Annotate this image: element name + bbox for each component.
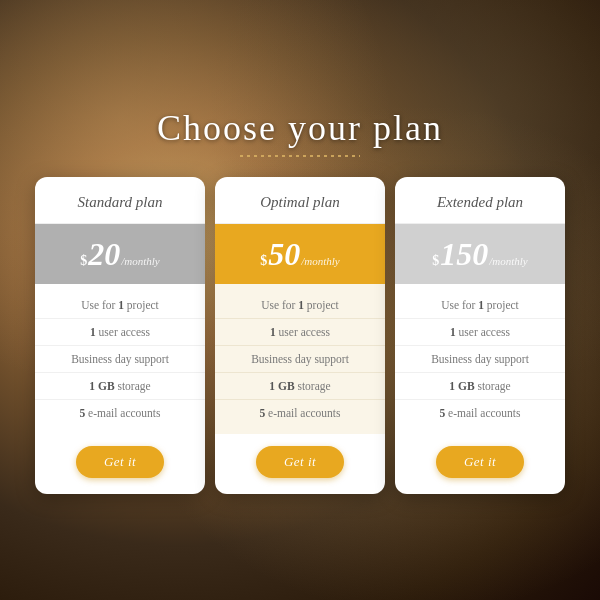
price-dollar-standard: $: [80, 254, 87, 268]
plan-header-standard: Standard plan: [35, 177, 205, 224]
price-dollar-optimal: $: [260, 254, 267, 268]
feature-row: 1 user access: [395, 319, 565, 346]
price-period-standard: /monthly: [121, 255, 160, 267]
price-period-optimal: /monthly: [301, 255, 340, 267]
plan-header-extended: Extended plan: [395, 177, 565, 224]
get-it-button-optimal[interactable]: Get it: [256, 446, 344, 478]
dot-line-left: [240, 155, 360, 157]
plan-card-standard: Standard plan $ 20 /monthly Use for 1 pr…: [35, 177, 205, 494]
plan-footer-optimal: Get it: [215, 434, 385, 494]
price-dollar-extended: $: [432, 254, 439, 268]
page-title: Choose your plan: [157, 107, 443, 149]
price-box-extended: $ 150 /monthly: [395, 224, 565, 284]
plan-features-optimal: Use for 1 project 1 user access Business…: [215, 284, 385, 434]
price-amount-optimal: 50: [268, 238, 300, 270]
plan-card-optimal: Optimal plan $ 50 /monthly Use for 1 pro…: [215, 177, 385, 494]
price-amount-standard: 20: [88, 238, 120, 270]
feature-row: 1 GB storage: [35, 373, 205, 400]
price-period-extended: /monthly: [489, 255, 528, 267]
plan-header-optimal: Optimal plan: [215, 177, 385, 224]
plans-container: Standard plan $ 20 /monthly Use for 1 pr…: [15, 177, 585, 494]
feature-row: 1 GB storage: [215, 373, 385, 400]
feature-row: 1 GB storage: [395, 373, 565, 400]
feature-row: 1 user access: [35, 319, 205, 346]
feature-row: 5 e-mail accounts: [35, 400, 205, 426]
feature-row: Business day support: [215, 346, 385, 373]
price-box-optimal: $ 50 /monthly: [215, 224, 385, 284]
feature-row: Use for 1 project: [395, 292, 565, 319]
feature-row: 1 user access: [215, 319, 385, 346]
plan-price-extended: $ 150 /monthly: [395, 224, 565, 284]
feature-row: 5 e-mail accounts: [215, 400, 385, 426]
price-box-standard: $ 20 /monthly: [35, 224, 205, 284]
price-amount-extended: 150: [440, 238, 488, 270]
plan-name-extended: Extended plan: [437, 194, 523, 210]
feature-row: Business day support: [35, 346, 205, 373]
feature-row: Use for 1 project: [35, 292, 205, 319]
plan-price-standard: $ 20 /monthly: [35, 224, 205, 284]
feature-row: Business day support: [395, 346, 565, 373]
plan-features-standard: Use for 1 project 1 user access Business…: [35, 284, 205, 434]
plan-price-optimal: $ 50 /monthly: [215, 224, 385, 284]
plan-footer-extended: Get it: [395, 434, 565, 494]
get-it-button-standard[interactable]: Get it: [76, 446, 164, 478]
title-decoration: [240, 155, 360, 157]
plan-footer-standard: Get it: [35, 434, 205, 494]
get-it-button-extended[interactable]: Get it: [436, 446, 524, 478]
plan-name-standard: Standard plan: [78, 194, 163, 210]
plan-card-extended: Extended plan $ 150 /monthly Use for 1 p…: [395, 177, 565, 494]
feature-row: Use for 1 project: [215, 292, 385, 319]
feature-row: 5 e-mail accounts: [395, 400, 565, 426]
plan-name-optimal: Optimal plan: [260, 194, 340, 210]
plan-features-extended: Use for 1 project 1 user access Business…: [395, 284, 565, 434]
